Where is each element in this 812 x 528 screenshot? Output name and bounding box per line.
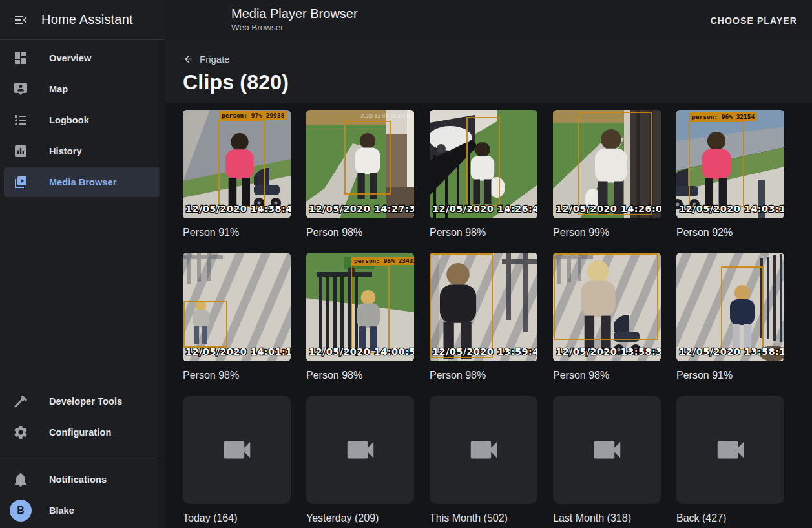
sidebar-item-overview[interactable]: Overview xyxy=(4,43,160,73)
folder-item[interactable]: This Month (502) xyxy=(430,396,537,525)
sidebar: Overview Map Logbook History Media Brows… xyxy=(0,40,165,528)
content-header: Frigate Clips (820) xyxy=(165,40,812,103)
clip-item[interactable]: 12/05/2020 14:26:48 Person 98% xyxy=(430,110,537,239)
sidebar-item-map[interactable]: Map xyxy=(4,74,160,104)
clip-thumbnail[interactable]: 12/05/2020 14:01:14 xyxy=(183,253,291,361)
clip-item[interactable]: 12/05/2020 13:59:49 Person 98% xyxy=(430,253,537,382)
sidebar-divider xyxy=(0,456,165,456)
folder-label: Back (427) xyxy=(676,512,784,525)
clip-caption: Person 98% xyxy=(430,369,537,382)
svg-text:12/05/2020 13:58:17: 12/05/2020 13:58:17 xyxy=(679,346,784,357)
play-box-multiple-icon xyxy=(13,174,28,190)
clip-caption: Person 98% xyxy=(183,369,291,382)
folder-item[interactable]: Last Month (318) xyxy=(553,396,661,525)
panel-subtitle: Web Browser xyxy=(231,22,358,34)
clip-caption: Person 91% xyxy=(676,369,784,382)
sidebar-item-configuration[interactable]: Configuration xyxy=(4,417,160,447)
folder-item[interactable]: Yesterday (209) xyxy=(306,396,414,525)
clips-grid: person: 97% 2998812/05/2020 14:38:47 Per… xyxy=(165,103,812,528)
chart-box-icon xyxy=(13,143,28,159)
svg-text:2020-12-05 16:27:35: 2020-12-05 16:27:35 xyxy=(360,112,411,119)
svg-text:person: 97% 29988: person: 97% 29988 xyxy=(222,112,285,119)
clip-caption: Person 98% xyxy=(430,226,537,239)
folder-tile[interactable] xyxy=(306,396,414,504)
sidebar-item-history[interactable]: History xyxy=(4,136,160,166)
clip-thumbnail[interactable]: 2020-12-05 16:27:3512/05/2020 14:27:35 xyxy=(306,110,414,218)
top-app-bar: Home Assistant Media Player Browser Web … xyxy=(0,0,812,40)
breadcrumb-label: Frigate xyxy=(200,54,230,65)
clip-thumbnail[interactable]: person: 95% 2343212/05/2020 14:00:52 xyxy=(306,253,414,361)
sidebar-header: Home Assistant xyxy=(0,0,165,40)
view-dashboard-icon xyxy=(13,50,28,66)
clip-item[interactable]: 2020-12-05 16:27:3512/05/2020 14:27:35 P… xyxy=(306,110,414,239)
folder-tile[interactable] xyxy=(430,396,537,504)
bell-icon xyxy=(13,472,28,487)
panel-title: Media Player Browser xyxy=(231,6,358,21)
video-icon xyxy=(220,432,255,467)
svg-text:12/05/2020 14:26:07: 12/05/2020 14:26:07 xyxy=(556,204,661,214)
folder-item[interactable]: Back (427) xyxy=(676,396,784,525)
page-title: Clips (820) xyxy=(183,70,289,94)
clip-caption: Person 98% xyxy=(306,226,414,239)
sidebar-item-label: Configuration xyxy=(49,427,111,438)
sidebar-item-notifications[interactable]: Notifications xyxy=(4,465,160,494)
menu-open-icon xyxy=(13,12,28,28)
sidebar-item-logbook[interactable]: Logbook xyxy=(4,105,160,135)
folder-label: Yesterday (209) xyxy=(306,512,414,525)
sidebar-item-profile[interactable]: B Blake xyxy=(4,496,160,525)
clip-thumbnail[interactable]: 12/05/2020 14:26:07 xyxy=(553,110,661,218)
breadcrumb-back[interactable]: Frigate xyxy=(183,54,230,65)
app-title: Home Assistant xyxy=(41,12,133,27)
clip-thumbnail[interactable]: person: 96% 3215412/05/2020 14:03:17 xyxy=(676,110,784,218)
video-icon xyxy=(343,432,378,467)
sidebar-item-label: Media Browser xyxy=(49,177,116,187)
clip-item[interactable]: person: 95% 2343212/05/2020 14:00:52 Per… xyxy=(306,253,414,382)
folder-label: Today (164) xyxy=(183,512,291,525)
video-icon xyxy=(590,432,625,467)
folder-label: Last Month (318) xyxy=(553,512,661,525)
clip-item[interactable]: 12/05/2020 14:01:14 Person 98% xyxy=(183,253,291,382)
clip-item[interactable]: 12/05/2020 13:58:17 Person 91% xyxy=(676,253,784,382)
video-icon xyxy=(713,432,748,467)
clip-caption: Person 98% xyxy=(306,369,414,382)
clip-thumbnail[interactable]: 12/05/2020 13:58:17 xyxy=(676,253,784,361)
folder-item[interactable]: Today (164) xyxy=(183,396,291,525)
clip-caption: Person 99% xyxy=(553,226,661,239)
sidebar-item-developer-tools[interactable]: Developer Tools xyxy=(4,386,160,416)
tooltip-account-icon xyxy=(13,81,28,97)
svg-text:12/05/2020 14:03:17: 12/05/2020 14:03:17 xyxy=(679,204,784,214)
clip-item[interactable]: 12/05/2020 13:58:30 Person 98% xyxy=(553,253,661,382)
sidebar-item-label: Logbook xyxy=(49,115,89,125)
clip-item[interactable]: person: 97% 2998812/05/2020 14:38:47 Per… xyxy=(183,110,291,239)
clip-thumbnail[interactable]: 12/05/2020 14:26:48 xyxy=(430,110,537,218)
list-bulleted-icon xyxy=(13,112,28,128)
svg-text:12/05/2020 14:00:52: 12/05/2020 14:00:52 xyxy=(309,346,414,357)
svg-text:12/05/2020 13:58:30: 12/05/2020 13:58:30 xyxy=(556,346,661,357)
svg-text:person: 95% 23432: person: 95% 23432 xyxy=(354,257,414,264)
cog-icon xyxy=(13,425,28,440)
folder-tile[interactable] xyxy=(676,396,784,504)
clip-caption: Person 91% xyxy=(183,226,291,239)
clip-thumbnail[interactable]: person: 97% 2998812/05/2020 14:38:47 xyxy=(183,110,291,218)
sidebar-item-label: History xyxy=(49,146,82,156)
choose-player-button[interactable]: CHOOSE PLAYER xyxy=(705,10,802,32)
folder-tile[interactable] xyxy=(553,396,661,504)
svg-text:12/05/2020 14:38:47: 12/05/2020 14:38:47 xyxy=(185,204,291,214)
hammer-icon xyxy=(13,394,28,409)
clip-thumbnail[interactable]: 12/05/2020 13:58:30 xyxy=(553,253,661,361)
clip-caption: Person 92% xyxy=(676,226,784,239)
clip-item[interactable]: person: 96% 3215412/05/2020 14:03:17 Per… xyxy=(676,110,784,239)
arrow-left-icon xyxy=(183,54,194,65)
sidebar-item-label: Map xyxy=(49,84,68,94)
sidebar-item-label: Overview xyxy=(49,53,91,63)
avatar: B xyxy=(10,500,32,522)
video-icon xyxy=(466,432,501,467)
clip-item[interactable]: 12/05/2020 14:26:07 Person 99% xyxy=(553,110,661,239)
clip-thumbnail[interactable]: 12/05/2020 13:59:49 xyxy=(430,253,537,361)
folder-tile[interactable] xyxy=(183,396,291,504)
sidebar-item-label: Developer Tools xyxy=(49,396,122,407)
sidebar-toggle-button[interactable] xyxy=(6,6,35,34)
svg-text:person: 96% 32154: person: 96% 32154 xyxy=(692,113,755,120)
sidebar-item-media-browser[interactable]: Media Browser xyxy=(4,167,160,197)
profile-name: Blake xyxy=(49,505,74,516)
